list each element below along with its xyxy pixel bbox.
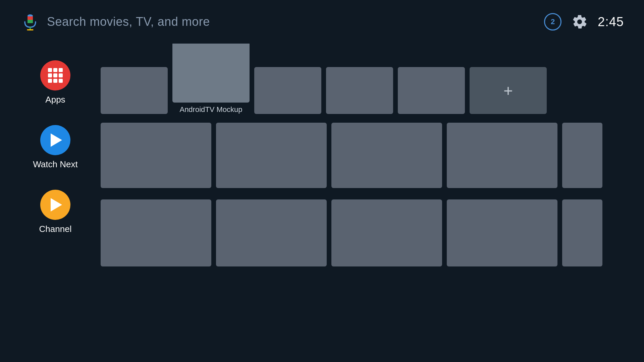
watch-next-row (101, 123, 644, 188)
sidebar: Apps Watch Next Channel (20, 44, 91, 362)
apps-row: AndroidTV Mockup + (101, 50, 644, 114)
app-tile[interactable] (326, 67, 393, 114)
channel-label: Channel (39, 224, 72, 234)
svg-rect-8 (28, 21, 33, 23)
watch-next-label: Watch Next (33, 159, 77, 170)
grid-dot (48, 79, 52, 83)
focused-app-label: AndroidTV Mockup (179, 103, 242, 114)
content-area: AndroidTV Mockup + (91, 44, 644, 362)
microphone-icon[interactable] (20, 12, 40, 32)
channel-tile[interactable] (447, 199, 557, 266)
apps-label: Apps (45, 95, 65, 105)
focused-app-tile[interactable] (172, 44, 250, 103)
channel-tile-partial[interactable] (562, 199, 602, 266)
channel-tile[interactable] (331, 199, 442, 266)
watch-next-tile-partial[interactable] (562, 123, 602, 188)
watch-next-tile[interactable] (101, 123, 211, 188)
app-tile[interactable] (254, 67, 321, 114)
header: Search movies, TV, and more 2 2:45 (0, 0, 644, 44)
apps-icon-circle (40, 60, 70, 90)
grid-dot (48, 68, 52, 72)
grid-dot (48, 73, 52, 77)
play-icon (51, 133, 62, 147)
grid-dot (53, 73, 57, 77)
grid-dot (59, 73, 63, 77)
channel-icon-circle (40, 190, 70, 220)
sidebar-item-apps[interactable]: Apps (20, 60, 91, 105)
notification-badge[interactable]: 2 (544, 13, 561, 31)
main-layout: Apps Watch Next Channel AndroidTV Mockup (0, 44, 644, 362)
sidebar-item-watch-next[interactable]: Watch Next (20, 125, 91, 170)
grid-icon (48, 68, 63, 83)
clock-display: 2:45 (598, 15, 624, 29)
focused-app-wrapper: AndroidTV Mockup (172, 44, 250, 114)
watch-next-tile[interactable] (216, 123, 327, 188)
notification-count: 2 (551, 17, 555, 26)
watch-next-tile[interactable] (447, 123, 557, 188)
app-tile[interactable] (101, 67, 168, 114)
grid-dot (53, 79, 57, 83)
app-tile[interactable] (398, 67, 465, 114)
add-icon: + (503, 81, 513, 100)
watch-next-tile[interactable] (331, 123, 442, 188)
grid-dot (59, 79, 63, 83)
header-right: 2 2:45 (544, 13, 624, 31)
sidebar-item-channel[interactable]: Channel (20, 190, 91, 234)
watch-next-icon-circle (40, 125, 70, 155)
grid-dot (53, 68, 57, 72)
search-placeholder-text: Search movies, TV, and more (47, 15, 210, 29)
channel-row (101, 199, 644, 266)
channel-tile[interactable] (216, 199, 327, 266)
play-icon (51, 198, 62, 212)
add-app-tile[interactable]: + (470, 67, 547, 114)
channel-tile[interactable] (101, 199, 211, 266)
settings-icon[interactable] (572, 14, 588, 30)
grid-dot (59, 68, 63, 72)
search-area[interactable]: Search movies, TV, and more (20, 12, 544, 32)
